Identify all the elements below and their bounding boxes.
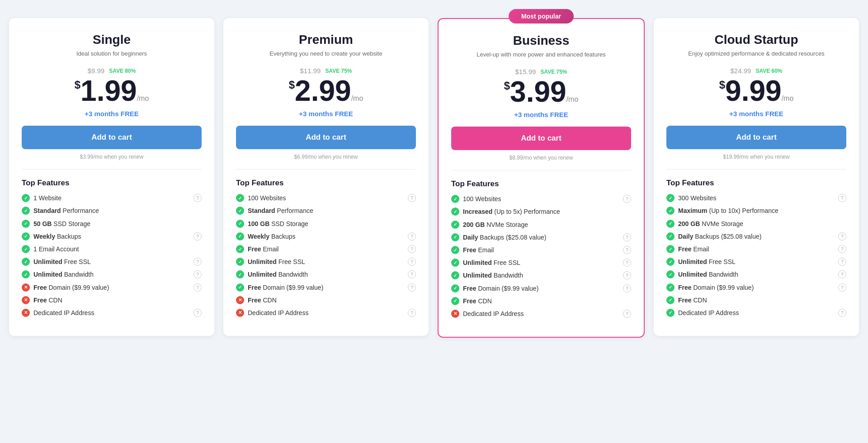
info-icon[interactable]: ? — [838, 309, 846, 317]
add-to-cart-button-business[interactable]: Add to cart — [451, 127, 631, 150]
feature-text: Daily Backups ($25.08 value) — [678, 232, 835, 240]
renew-note-business: $8.99/mo when you renew — [451, 155, 631, 161]
info-icon[interactable]: ? — [408, 232, 416, 240]
renew-note-premium: $6.99/mo when you renew — [236, 154, 416, 160]
feature-text: Unlimited Bandwidth — [248, 270, 404, 278]
feature-check-icon: ✓ — [236, 270, 244, 278]
info-icon[interactable]: ? — [193, 309, 202, 317]
plan-name-business: Business — [451, 33, 631, 48]
top-features-title-premium: Top Features — [236, 179, 416, 188]
feature-text: 50 GB SSD Storage — [33, 220, 202, 228]
feature-item-cloud-6: ✓ Unlimited Bandwidth ? — [666, 270, 846, 278]
info-icon[interactable]: ? — [193, 232, 202, 240]
info-icon[interactable]: ? — [623, 310, 631, 318]
feature-check-icon: ✕ — [451, 310, 459, 318]
original-price-business: $15.99 — [515, 68, 536, 75]
info-icon[interactable]: ? — [838, 194, 846, 202]
feature-item-cloud-1: ✓ Maximum (Up to 10x) Performance — [666, 207, 846, 215]
add-to-cart-button-cloud[interactable]: Add to cart — [666, 126, 846, 149]
feature-text: Free CDN — [33, 296, 202, 304]
divider-cloud — [666, 169, 846, 170]
plan-name-single: Single — [22, 33, 202, 47]
feature-text: 200 GB NVMe Storage — [463, 221, 631, 229]
price-main-cloud: $9.99/mo — [666, 76, 846, 105]
renew-note-cloud: $19.99/mo when you renew — [666, 154, 846, 160]
feature-item-cloud-8: ✓ Free CDN — [666, 296, 846, 304]
info-icon[interactable]: ? — [623, 271, 631, 279]
info-icon[interactable]: ? — [193, 258, 202, 266]
info-icon[interactable]: ? — [193, 270, 202, 278]
info-icon[interactable]: ? — [408, 309, 416, 317]
add-to-cart-button-single[interactable]: Add to cart — [22, 126, 202, 149]
top-features-title-business: Top Features — [451, 179, 631, 189]
feature-check-icon: ✓ — [236, 283, 244, 292]
plan-name-premium: Premium — [236, 33, 416, 47]
info-icon[interactable]: ? — [838, 245, 846, 253]
info-icon[interactable]: ? — [623, 246, 631, 254]
info-icon[interactable]: ? — [623, 233, 631, 241]
feature-text: Unlimited Bandwidth — [33, 270, 190, 278]
feature-check-icon: ✓ — [22, 270, 30, 278]
info-icon[interactable]: ? — [408, 258, 416, 266]
info-icon[interactable]: ? — [408, 270, 416, 278]
feature-item-single-5: ✓ Unlimited Free SSL ? — [22, 258, 202, 266]
feature-item-business-8: ✓ Free CDN — [451, 297, 631, 305]
feature-check-icon: ✓ — [666, 258, 675, 266]
feature-check-icon: ✓ — [666, 220, 675, 228]
feature-check-icon: ✓ — [451, 297, 459, 305]
original-price-premium: $11.99 — [300, 67, 321, 75]
info-icon[interactable]: ? — [838, 283, 846, 292]
plan-desc-cloud: Enjoy optimized performance & dedicated … — [666, 50, 846, 58]
feature-item-premium-1: ✓ Standard Performance — [236, 207, 416, 215]
info-icon[interactable]: ? — [193, 194, 202, 202]
info-icon[interactable]: ? — [408, 245, 416, 253]
feature-item-single-1: ✓ Standard Performance — [22, 207, 202, 215]
feature-item-cloud-3: ✓ Daily Backups ($25.08 value) ? — [666, 232, 846, 240]
feature-item-business-2: ✓ 200 GB NVMe Storage — [451, 221, 631, 229]
feature-item-cloud-7: ✓ Free Domain ($9.99 value) ? — [666, 283, 846, 292]
feature-item-premium-5: ✓ Unlimited Free SSL ? — [236, 258, 416, 266]
info-icon[interactable]: ? — [838, 232, 846, 240]
plan-card-single: Single Ideal solution for beginners $9.9… — [9, 18, 214, 336]
original-price-cloud: $24.99 — [730, 67, 751, 75]
feature-check-icon: ✓ — [22, 245, 30, 253]
info-icon[interactable]: ? — [193, 283, 202, 292]
feature-check-icon: ✓ — [666, 245, 675, 253]
feature-item-cloud-0: ✓ 300 Websites ? — [666, 194, 846, 202]
info-icon[interactable]: ? — [838, 270, 846, 278]
info-icon[interactable]: ? — [408, 283, 416, 292]
price-main-single: $1.99/mo — [22, 76, 202, 105]
feature-item-premium-2: ✓ 100 GB SSD Storage — [236, 220, 416, 228]
info-icon[interactable]: ? — [838, 258, 846, 266]
feature-text: Free Email — [678, 245, 835, 253]
info-icon[interactable]: ? — [623, 195, 631, 203]
feature-check-icon: ✓ — [236, 194, 244, 202]
price-currency-premium: $ — [289, 79, 295, 91]
feature-check-icon: ✕ — [22, 309, 30, 317]
feature-item-business-6: ✓ Unlimited Bandwidth ? — [451, 271, 631, 279]
feature-check-icon: ✓ — [666, 296, 675, 304]
info-icon[interactable]: ? — [408, 194, 416, 202]
price-main-premium: $2.99/mo — [236, 76, 416, 105]
price-main-business: $3.99/mo — [451, 77, 631, 106]
info-icon[interactable]: ? — [623, 259, 631, 267]
price-currency-single: $ — [75, 79, 80, 91]
feature-text: Unlimited Free SSL — [463, 259, 619, 267]
price-amount-business: 3.99 — [510, 75, 566, 108]
feature-check-icon: ✓ — [22, 207, 30, 215]
popular-badge: Most popular — [509, 9, 574, 24]
info-icon[interactable]: ? — [623, 284, 631, 292]
feature-text: 300 Websites — [678, 194, 835, 202]
add-to-cart-button-premium[interactable]: Add to cart — [236, 126, 416, 149]
price-row-cloud: $24.99 SAVE 60% — [666, 67, 846, 75]
feature-item-single-6: ✓ Unlimited Bandwidth ? — [22, 270, 202, 278]
price-row-premium: $11.99 SAVE 75% — [236, 67, 416, 75]
feature-item-cloud-2: ✓ 200 GB NVMe Storage — [666, 220, 846, 228]
feature-item-cloud-4: ✓ Free Email ? — [666, 245, 846, 253]
plan-card-premium: Premium Everything you need to create yo… — [223, 18, 429, 336]
feature-check-icon: ✓ — [666, 309, 675, 317]
feature-item-premium-6: ✓ Unlimited Bandwidth ? — [236, 270, 416, 278]
feature-text: Free CDN — [463, 297, 631, 305]
feature-check-icon: ✓ — [451, 233, 459, 241]
feature-text: 1 Website — [33, 194, 190, 202]
